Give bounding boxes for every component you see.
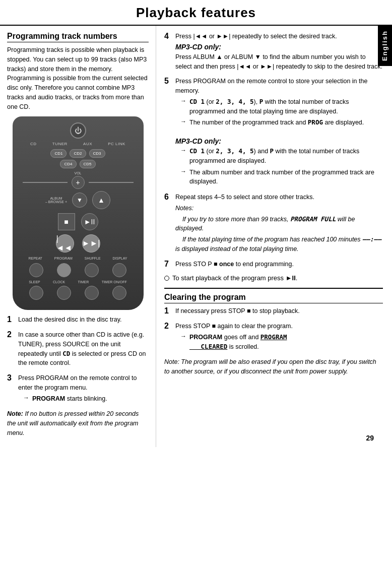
step-4: 4 Press |◄◄ or ►►| repeatedly to select … [164,32,383,73]
sleep-button [29,286,43,300]
timer-label: TIMER [78,280,89,284]
clearing-step-2-content: Press STOP ■ again to clear the program.… [175,322,383,353]
step-1: 1 Load the desired disc in the disc tray… [7,315,149,326]
vol-line-right [89,182,134,183]
left-column: Programming track numbers Programming tr… [0,26,156,447]
note-2: If the total playing time of the program… [175,235,383,254]
play-pause-button: ►II [81,213,98,230]
step-5-arrow-1: → CD 1 (or 2, 3, 4, 5), P with the total… [175,97,383,116]
tuner-label: TUNER [52,142,68,146]
program-label: PROGRAM [54,257,73,260]
clearing-note: Note: The program will be also erased if… [164,357,383,376]
vol-up-button: + [72,176,85,189]
vol-line-left [23,182,68,183]
page-header: Playback features [0,0,392,26]
next-track-button: ►►| [82,234,100,253]
clearing-arrow-sym: → [180,333,187,352]
step-5-content: Press PROGRAM on the remote control to s… [175,77,383,188]
shuffle-label: SHUFFLE [85,257,101,260]
mp3-only-1-title: MP3-CD only: [175,43,383,51]
step-5-mp3-arrow-1: → CD 1 (or 2, 3, 4, 5) and P with the to… [175,147,383,166]
stop-button: ■ [58,213,75,230]
clearing-step-1-number: 1 [164,306,173,318]
clearing-step-2-number: 2 [164,322,173,353]
left-note: Note: If no button is pressed within 20 … [7,409,149,437]
clearing-step-1-content: If necessary press STOP ■ to stop playba… [175,306,383,318]
step-5-mp3-arrow-2-text: The album number and track number of the… [189,168,383,187]
note-1: If you try to store more than 99 tracks,… [175,215,383,234]
page-number: 29 [366,434,374,442]
step-1-text: Load the desired disc in the disc tray. [18,315,149,325]
clock-button [57,286,71,300]
notes-title: Notes: [175,204,383,213]
repeat-button [29,263,43,277]
step-6: 6 Repeat steps 4–5 to select and store o… [164,193,383,256]
step-2-text: In case a source other than CD is active… [18,330,149,368]
cd5-button: CD5 [80,160,96,168]
sleep-buttons-row [23,286,134,300]
function-buttons-row [23,263,134,277]
step-7-number: 7 [164,260,173,271]
step-5-mp3-arrow-2: → The album number and track number of t… [175,168,383,187]
step-7: 7 Press STO P ■ once to end programming. [164,260,383,271]
step-6-content: Repeat steps 4–5 to select and store oth… [175,193,383,256]
step-3-text: Press PROGRAM on the remote control to e… [18,373,149,393]
step-3-number: 3 [7,373,16,405]
left-section-title: Programming track numbers [7,32,149,42]
clock-label: CLOCK [53,280,65,284]
bullet-circle [164,276,169,281]
volume-row: + [23,176,134,189]
album-down-button: ▼ [72,193,87,208]
step-5-arrow-2: → The number of the programmed track and… [175,118,383,128]
prev-track-button: |◄◄ [56,234,74,253]
playback-bullet: To start playback of the program press ►… [164,274,383,282]
mp3-only-1-text: Press ALBUM ▲ or ALBUM ▼ to find the alb… [175,52,383,72]
clearing-section: Clearing the program 1 If necessary pres… [164,288,383,376]
playback-bullet-text: To start playback of the program press ►… [172,274,297,282]
cd-label: CD [30,142,37,146]
clearing-title: Clearing the program [164,293,383,303]
step-3-arrow: → PROGRAM starts blinking. [18,394,149,404]
arrow-sym-3: → [180,147,187,166]
clearing-arrow-text: PROGRAM goes off and PROGRAM CLEARED is … [189,333,287,352]
clearing-step-2-text: Press STOP ■ again to clear the program. [175,322,383,331]
step-1-number: 1 [7,315,16,326]
step-4-text: Press |◄◄ or ►►| repeatedly to select th… [175,32,383,41]
step-5-number: 5 [164,77,173,188]
cd2-button: CD2 [70,149,86,158]
timer-onoff-button [112,286,126,300]
album-label: ALBUM– BROWSE + [45,197,67,204]
step-5-text: Press PROGRAM on the remote control to s… [175,77,383,96]
step-2: 2 In case a source other than CD is acti… [7,330,149,369]
sleep-labels: SLEEP CLOCK TIMER TIMER ON/OFF [23,280,134,284]
step-5-arrow-1-text: CD 1 (or 2, 3, 4, 5), P with the total n… [189,97,383,116]
right-column: 4 Press |◄◄ or ►►| repeatedly to select … [156,26,392,447]
shuffle-button [85,263,99,277]
arrow-symbol: → [23,394,30,404]
intro-text: Programming tracks is possible when play… [7,45,149,111]
step-3: 3 Press PROGRAM on the remote control to… [7,373,149,405]
step-3-content: Press PROGRAM on the remote control to e… [18,373,149,405]
display-label: DISPLAY [112,257,127,260]
timer-onoff-label: TIMER ON/OFF [102,280,127,284]
remote-illustration: ⏻ CD TUNER AUX PC LINK CD1 CD2 CD3 CD4 [13,116,144,310]
step-6-number: 6 [164,193,173,256]
clearing-arrow-1: → PROGRAM goes off and PROGRAM CLEARED i… [175,333,383,352]
album-browse-row: ALBUM– BROWSE + ▼ ▲ [23,191,134,209]
cd-bottom-row: CD4 CD5 [23,160,134,168]
step-5: 5 Press PROGRAM on the remote control to… [164,77,383,188]
step-5-mp3-arrow-1-text: CD 1 (or 2, 3, 4, 5) and P with the tota… [189,147,383,166]
step-4-number: 4 [164,32,173,73]
cd1-button: CD1 [50,149,67,158]
timer-button [85,286,99,300]
display-button [112,263,126,277]
step-7-content: Press STO P ■ once to end programming. [175,260,383,271]
vol-label: VOL [23,171,134,175]
step-6-text: Repeat steps 4–5 to select and store oth… [175,193,383,202]
clearing-step-2: 2 Press STOP ■ again to clear the progra… [164,322,383,353]
step-7-text: Press STO P ■ once to end programming. [175,260,383,269]
source-labels: CD TUNER AUX PC LINK [23,142,134,146]
arrow-sym-4: → [180,168,187,187]
album-up-button: ▲ [92,191,110,209]
step-1-content: Load the desired disc in the disc tray. [18,315,149,326]
